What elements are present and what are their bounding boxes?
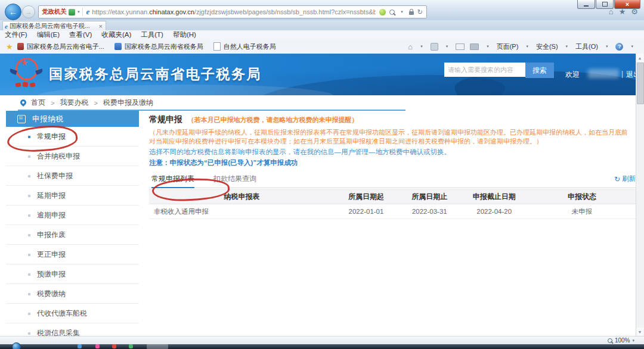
site-search-button[interactable]: 搜索 (525, 63, 554, 78)
browser-window: × ← → 党政机关 ▾ e https://etax.yunnan.china… (0, 0, 644, 349)
scroll-up-button[interactable]: ▲ (636, 54, 643, 62)
close-button[interactable]: × (614, 0, 640, 9)
command-bar: ⌂ ▾ ▾ ▾ 页面(P) ▾ 安全(S) ▾ 工具(O) ▾ ? ▾ (408, 42, 644, 51)
site-header-banner: ★ 国家税务总局云南省电子税务局 搜索 欢迎 | 退出 (0, 54, 644, 95)
tools-dropdown-icon[interactable]: ▾ (603, 44, 611, 49)
menu-favorites[interactable]: 收藏夹(A) (97, 30, 136, 39)
zoom-level: 100% (615, 337, 630, 344)
sidebar-item-prepayment-declaration[interactable]: 预缴申报 (6, 264, 139, 284)
url-text[interactable]: https://etax.yunnan.chinatax.gov.cn/zjgf… (92, 8, 376, 15)
safety-dropdown-icon[interactable]: ▾ (564, 44, 571, 49)
sidebar-item-void-declaration[interactable]: 申报作废 (6, 225, 139, 245)
security-zone-badge: 党政机关 (39, 8, 69, 16)
search-dropdown-icon[interactable]: ▾ (398, 10, 405, 14)
menu-tools[interactable]: 工具(T) (136, 30, 168, 39)
back-button[interactable]: ← (5, 4, 21, 20)
cell-deadline: 2022-04-20 (461, 208, 527, 215)
command-tools[interactable]: 工具(O) (575, 42, 598, 51)
forward-button[interactable]: → (22, 5, 35, 18)
cell-date-end: 2022-03-31 (398, 208, 461, 215)
menu-edit[interactable]: 编辑(E) (32, 30, 64, 39)
taskbar-app-icon[interactable] (129, 344, 133, 348)
favorite-icon (213, 42, 221, 51)
sidebar-item-correction-declaration[interactable]: 更正申报 (6, 245, 139, 264)
minimize-button[interactable] (577, 0, 595, 9)
start-button[interactable] (12, 342, 21, 349)
tab-close-icon[interactable]: × (96, 23, 106, 30)
favorite-icon (17, 43, 24, 50)
scrollbar-thumb[interactable] (637, 63, 644, 104)
favorite-item-etax[interactable]: 国家税务总局云南省电子... (17, 42, 104, 51)
scroll-down-button[interactable]: ▼ (636, 328, 643, 336)
menu-file[interactable]: 文件(F) (0, 30, 32, 39)
sidebar-item-vehicle-vessel-tax[interactable]: 代收代缴车船税 (6, 304, 139, 323)
zone-dropdown-icon[interactable]: ▾ (75, 10, 82, 14)
windows-taskbar (0, 344, 644, 349)
site-search-input[interactable] (444, 63, 528, 77)
taskbar-app-icon[interactable] (112, 344, 116, 348)
browser-status-bar: 100% ▾ (0, 336, 644, 345)
help-icon[interactable]: ? (615, 43, 623, 51)
sidebar-header: 申报纳税 (6, 111, 139, 127)
sidebar-item-tax-payment[interactable]: 税费缴纳 (6, 284, 139, 304)
rss-icon[interactable] (431, 43, 438, 51)
menu-help[interactable]: 帮助(H) (168, 30, 201, 39)
breadcrumb-level2[interactable]: 税费申报及缴纳 (103, 98, 153, 108)
zoom-magnifier-icon (608, 338, 612, 343)
site-title: 国家税务总局云南省电子税务局 (49, 65, 262, 83)
command-page[interactable]: 页面(P) (497, 42, 519, 51)
location-pin-icon (19, 98, 27, 106)
breadcrumb-separator: > (45, 99, 60, 107)
cell-form-name-link[interactable]: 非税收入通用申报 (149, 207, 335, 216)
printer-icon[interactable] (470, 43, 479, 50)
col-header-date-end: 所属日期止 (398, 192, 461, 202)
taskbar-active-window[interactable] (147, 344, 168, 349)
mail-icon[interactable] (456, 43, 465, 50)
compatibility-view-icon[interactable] (379, 9, 386, 15)
breadcrumb-home[interactable]: 首页 (31, 98, 45, 108)
address-bar-icons: ▾ ↻ (376, 8, 426, 16)
favorite-label: 国家税务总局云南省税务局 (125, 42, 203, 51)
rss-dropdown-icon[interactable]: ▾ (444, 44, 451, 49)
menu-bar: 文件(F) 编辑(E) 查看(V) 收藏夹(A) 工具(T) 帮助(H) (0, 30, 644, 39)
window-controls: × (577, 0, 640, 9)
refresh-icon[interactable]: ↻ (417, 8, 423, 16)
page-title: 常规申报 (149, 114, 182, 124)
taskbar-app-icon[interactable] (95, 344, 100, 348)
home-icon[interactable]: ⌂ (408, 42, 413, 51)
zoom-dropdown-icon[interactable]: ▾ (632, 338, 634, 343)
logo-star-icon: ★ (21, 58, 28, 67)
address-bar[interactable]: 党政机关 ▾ e https://etax.yunnan.chinatax.go… (38, 5, 427, 18)
sidebar-header-label: 申报纳税 (32, 114, 63, 124)
main-content: 常规申报 （若本月已申报地方税费，请忽略地方税费的未申报提醒） （凡未办理延期申… (149, 111, 637, 219)
header-divider: | (621, 70, 623, 78)
site-favicon: e (82, 7, 92, 17)
print-dropdown-icon[interactable]: ▾ (484, 44, 491, 49)
certificate-badge-icon (69, 9, 75, 15)
page-scrollbar[interactable]: ▲ ▼ (636, 54, 644, 336)
command-safety[interactable]: 安全(S) (536, 42, 558, 51)
page-dropdown-icon[interactable]: ▾ (524, 44, 531, 49)
url-prefix: https://etax.yunnan. (92, 8, 149, 15)
taskbar-app-icon[interactable] (78, 344, 82, 348)
favorite-item-personal-etax[interactable]: 自然人电子税务局 (213, 42, 276, 51)
refresh-button[interactable]: ↻ 刷新 (614, 174, 636, 183)
minimize-icon (584, 5, 589, 7)
breadcrumb-level1[interactable]: 我要办税 (60, 98, 88, 108)
maximize-button[interactable] (596, 0, 614, 9)
menu-view[interactable]: 查看(V) (64, 30, 97, 39)
home-dropdown-icon[interactable]: ▾ (418, 44, 425, 49)
tax-bureau-logo: ★ (10, 57, 44, 92)
cell-status: 未申报 (527, 207, 637, 216)
search-icon[interactable] (389, 10, 395, 15)
sidebar-item-deferred-declaration[interactable]: 延期申报 (6, 186, 139, 205)
help-dropdown-icon[interactable]: ▾ (628, 44, 636, 49)
sidebar-item-overdue-declaration[interactable]: 逾期申报 (6, 205, 139, 225)
browser-tab[interactable]: e 国家税务总局云南省电子税... × (2, 21, 106, 31)
browser-title-address-bar: × ← → 党政机关 ▾ e https://etax.yunnan.china… (0, 0, 644, 21)
add-favorite-star-icon[interactable]: ★ (0, 42, 17, 51)
refresh-icon: ↻ (614, 175, 620, 183)
favorite-item-taxbureau[interactable]: 国家税务总局云南省税务局 (114, 42, 203, 51)
zoom-indicator[interactable]: 100% ▾ (608, 337, 634, 344)
sidebar-item-social-insurance[interactable]: 社保费申报 (6, 166, 139, 186)
